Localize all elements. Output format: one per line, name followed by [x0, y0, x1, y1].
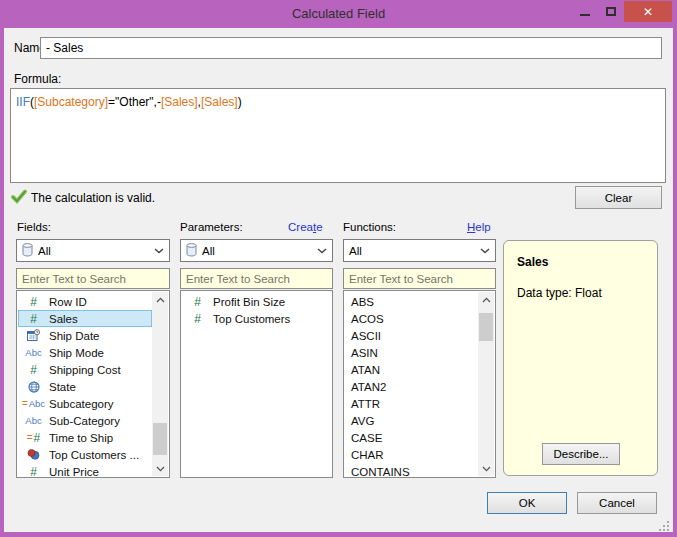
scrollbar-thumb[interactable] — [479, 313, 493, 341]
functions-scrollbar[interactable] — [478, 292, 494, 476]
valid-check-icon — [11, 189, 27, 204]
field-item[interactable]: #Row ID — [18, 293, 152, 310]
field-item[interactable]: =AbcSubcategory — [18, 395, 152, 412]
number-icon: # — [18, 295, 49, 309]
detail-field-name: Sales — [517, 255, 548, 269]
field-item[interactable]: #Sales — [18, 310, 152, 327]
field-item[interactable]: =#Time to Ship — [18, 429, 152, 446]
field-item[interactable]: #Unit Price — [18, 463, 152, 476]
function-item[interactable]: ACOS — [345, 310, 478, 327]
describe-button[interactable]: Describe... — [542, 443, 620, 465]
item-label: Sub-Category — [49, 415, 120, 427]
maximize-icon — [606, 7, 616, 16]
sets-icon — [18, 449, 49, 460]
functions-search-input[interactable] — [343, 268, 496, 289]
formula-editor[interactable]: IIF([Subcategory]="Other",-[Sales],[Sale… — [10, 88, 666, 183]
item-label: Row ID — [49, 296, 87, 308]
fields-search-input[interactable] — [16, 268, 170, 289]
item-label: Ship Date — [49, 330, 100, 342]
parameter-item[interactable]: #Profit Bin Size — [182, 293, 331, 310]
scroll-down-icon[interactable] — [152, 461, 168, 476]
number-icon: # — [18, 312, 49, 326]
function-item[interactable]: ATTR — [345, 395, 478, 412]
function-item[interactable]: AVG — [345, 412, 478, 429]
datasource-icon — [186, 243, 197, 259]
validation-message: The calculation is valid. — [31, 191, 155, 205]
detail-data-type: Data type: Float — [517, 286, 602, 300]
functions-filter-value: All — [349, 245, 362, 257]
date-icon — [18, 329, 49, 342]
function-item[interactable]: CASE — [345, 429, 478, 446]
scroll-up-icon[interactable] — [478, 292, 494, 307]
item-label: Sales — [49, 313, 78, 325]
calc-abc-icon: =Abc — [18, 398, 49, 409]
formula-text: IIF([Subcategory]="Other",-[Sales],[Sale… — [16, 96, 242, 110]
item-label: Time to Ship — [49, 432, 113, 444]
ok-button[interactable]: OK — [487, 492, 567, 514]
functions-label: Functions: — [343, 221, 396, 233]
functions-list: ABSACOSASCIIASINATANATAN2ATTRAVGCASECHAR… — [343, 290, 496, 478]
function-item[interactable]: ASCII — [345, 327, 478, 344]
close-icon: ✕ — [643, 5, 653, 19]
parameters-label: Parameters: — [180, 221, 243, 233]
field-item[interactable]: Top Customers ... — [18, 446, 152, 463]
fields-list: #Row ID#SalesShip DateAbcShip Mode#Shipp… — [16, 290, 170, 478]
item-label: Shipping Cost — [49, 364, 121, 376]
item-label: Unit Price — [49, 466, 99, 477]
formula-label: Formula: — [14, 72, 61, 86]
function-item[interactable]: ASIN — [345, 344, 478, 361]
item-label: Ship Mode — [49, 347, 104, 359]
scroll-up-icon[interactable] — [152, 292, 168, 307]
number-icon: # — [18, 363, 49, 377]
item-label: State — [49, 381, 76, 393]
help-link[interactable]: Help — [467, 221, 491, 233]
item-label: Profit Bin Size — [213, 296, 285, 308]
create-parameter-link[interactable]: Create — [288, 221, 323, 233]
minimize-button[interactable] — [572, 1, 598, 22]
globe-icon — [18, 381, 49, 393]
resize-grip-icon[interactable] — [659, 518, 670, 529]
fields-filter-value: All — [38, 245, 51, 257]
field-item[interactable]: AbcSub-Category — [18, 412, 152, 429]
function-item[interactable]: ATAN — [345, 361, 478, 378]
parameters-filter-value: All — [202, 245, 215, 257]
scroll-down-icon[interactable] — [478, 461, 494, 476]
functions-filter-dropdown[interactable]: All — [343, 239, 496, 262]
chevron-down-icon — [154, 248, 164, 254]
field-item[interactable]: State — [18, 378, 152, 395]
abc-icon: Abc — [18, 415, 49, 426]
parameters-filter-dropdown[interactable]: All — [180, 239, 333, 262]
name-input[interactable] — [40, 37, 662, 59]
chevron-down-icon — [480, 248, 490, 254]
parameters-search-input[interactable] — [180, 268, 333, 289]
function-item[interactable]: CONTAINS — [345, 463, 478, 476]
close-button[interactable]: ✕ — [624, 1, 672, 22]
chevron-down-icon — [317, 248, 327, 254]
maximize-button[interactable] — [598, 1, 624, 22]
clear-button[interactable]: Clear — [575, 186, 662, 209]
parameter-item[interactable]: #Top Customers — [182, 310, 331, 327]
field-item[interactable]: Ship Date — [18, 327, 152, 344]
fields-scrollbar[interactable] — [152, 292, 168, 476]
field-item[interactable]: AbcShip Mode — [18, 344, 152, 361]
fields-label: Fields: — [17, 221, 51, 233]
number-icon: # — [182, 295, 213, 309]
item-label: Top Customers ... — [49, 449, 139, 461]
function-item[interactable]: ATAN2 — [345, 378, 478, 395]
item-label: Top Customers — [213, 313, 290, 325]
field-item[interactable]: #Shipping Cost — [18, 361, 152, 378]
titlebar[interactable]: Calculated Field ✕ — [0, 0, 677, 28]
function-item[interactable]: ABS — [345, 293, 478, 310]
parameters-list: #Profit Bin Size#Top Customers — [180, 290, 333, 478]
window-controls: ✕ — [572, 1, 672, 22]
calculated-field-dialog: Calculated Field ✕ Name: Formula: IIF([S… — [0, 0, 677, 537]
cancel-button[interactable]: Cancel — [577, 492, 657, 514]
abc-icon: Abc — [18, 347, 49, 358]
calc-number-icon: =# — [18, 431, 49, 445]
scrollbar-thumb[interactable] — [153, 423, 167, 455]
field-detail-panel: Sales Data type: Float Describe... — [503, 240, 658, 476]
function-item[interactable]: CHAR — [345, 446, 478, 463]
fields-filter-dropdown[interactable]: All — [16, 239, 170, 262]
dialog-body: Name: Formula: IIF([Subcategory]="Other"… — [4, 28, 673, 532]
number-icon: # — [182, 312, 213, 326]
